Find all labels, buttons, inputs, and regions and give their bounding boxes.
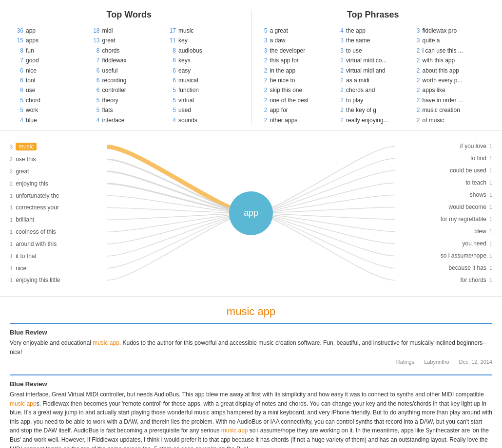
left-label-row: 1it to that: [10, 253, 107, 260]
word-count: 13: [91, 36, 100, 45]
label-count: 1: [10, 193, 13, 199]
word-count: 8: [91, 46, 100, 56]
word-text: app: [26, 26, 36, 36]
left-label-row: 1brilliant: [10, 216, 107, 223]
word-text: interface: [102, 115, 125, 125]
word-row: 2have in order ...: [411, 95, 488, 105]
word-row: 2to play: [335, 95, 411, 105]
word-text: theory: [102, 95, 118, 105]
word-row: 4interface: [91, 115, 168, 125]
word-text: about this app: [423, 66, 459, 75]
word-row: 2one of the best: [259, 95, 335, 105]
word-text: in the app: [270, 66, 296, 75]
word-text: have in order ...: [423, 95, 463, 105]
word-row: 6use: [15, 85, 91, 95]
label-text: if you love: [460, 143, 486, 149]
word-row: 3a daw: [259, 36, 335, 45]
word-row: 36app: [15, 26, 91, 36]
word-text: a great: [270, 26, 288, 36]
word-count: 2: [259, 56, 268, 65]
word-text: controller: [102, 85, 126, 95]
word-row: 5used: [167, 105, 244, 115]
word-count: 3: [259, 36, 268, 45]
right-label-row: shows1: [395, 191, 492, 198]
label-count: 1: [489, 192, 492, 198]
word-text: quite a: [423, 36, 440, 45]
word-count: 6: [15, 75, 23, 85]
word-row: 2really enjoying...: [335, 115, 411, 125]
word-count: 17: [167, 26, 176, 36]
review-title: Blue Review: [10, 380, 492, 388]
word-count: 5: [259, 26, 268, 36]
word-count: 2: [411, 56, 420, 65]
right-label-row: would become1: [395, 204, 492, 210]
word-count: 2: [335, 56, 344, 65]
word-count: 6: [15, 85, 23, 95]
word-count: 7: [15, 56, 23, 65]
label-text: for my regrettable: [441, 216, 486, 223]
word-count: 11: [167, 36, 176, 45]
word-text: key: [178, 36, 188, 45]
left-labels: 3music2use this2great2enjoying this1unfo…: [10, 135, 107, 291]
review-title: Blue Review: [10, 329, 492, 336]
left-label-row: 2great: [10, 168, 107, 175]
left-label-row: 1correctness your: [10, 204, 107, 211]
right-label-row: because it has1: [395, 264, 492, 271]
right-label-row: for chords1: [395, 277, 492, 283]
word-count: 2: [335, 75, 344, 85]
word-row: 2of music: [411, 115, 488, 125]
label-count: 1: [489, 168, 492, 173]
word-row: 5work: [15, 105, 91, 115]
word-row: 6musical: [167, 75, 244, 85]
network-svg: app: [107, 135, 395, 291]
word-row: 7fiddlewax: [91, 56, 168, 65]
word-row: 6controller: [91, 85, 168, 95]
word-count: 2: [335, 105, 344, 115]
word-count: 7: [91, 56, 100, 65]
word-text: blue: [26, 115, 37, 125]
word-count: 2: [259, 75, 268, 85]
label-text: shows: [470, 191, 486, 198]
word-row: 6useful: [91, 66, 168, 75]
label-count: 1: [489, 216, 492, 222]
word-text: the same: [346, 36, 370, 45]
word-row: 2this app for: [259, 56, 335, 65]
word-row: 2worth every p...: [411, 75, 488, 85]
word-text: apps like: [423, 85, 445, 95]
review-block: Blue ReviewVery enjoyable and educationa…: [10, 323, 492, 372]
review-text: Great interface, Great Virtual MIDI cont…: [10, 390, 492, 448]
label-text: to find: [470, 155, 486, 162]
word-text: fun: [26, 46, 34, 56]
word-count: 2: [335, 115, 344, 125]
label-count: 1: [489, 155, 492, 161]
word-count: 4: [91, 115, 100, 125]
word-count: 5: [91, 95, 100, 105]
word-row: 3quite a: [411, 36, 488, 45]
right-label-row: if you love1: [395, 143, 492, 149]
word-row: 2virtual midi co...: [335, 56, 411, 65]
label-text: you need: [462, 240, 486, 247]
network-container: 3music2use this2great2enjoying this1unfo…: [10, 135, 492, 291]
word-count: 2: [335, 66, 344, 75]
words-col-1: 36app15apps8fun7good6nice6tool6use5chord…: [15, 26, 91, 125]
word-row: 5flats: [91, 105, 168, 115]
word-count: 3: [411, 36, 420, 45]
right-label-row: could be used1: [395, 167, 492, 174]
word-row: 3the same: [335, 36, 411, 45]
word-row: 18midi: [91, 26, 168, 36]
phrases-grid: 5a great3a daw3the developer2this app fo…: [259, 26, 488, 125]
word-row: 5function: [167, 85, 244, 95]
label-text: around with this: [16, 241, 57, 247]
word-text: good: [26, 56, 39, 65]
word-row: 2as a midi: [335, 75, 411, 85]
top-words-title: Top Words: [15, 10, 244, 20]
word-text: worth every p...: [423, 75, 463, 85]
word-text: of music: [423, 115, 444, 125]
word-text: virtual midi and: [346, 66, 386, 75]
word-count: 6: [91, 85, 100, 95]
word-text: to use: [346, 46, 362, 56]
label-text: unfortunately the: [16, 192, 59, 199]
label-count: 1: [10, 217, 13, 223]
label-count: 2: [10, 181, 13, 187]
word-count: 2: [411, 115, 420, 125]
